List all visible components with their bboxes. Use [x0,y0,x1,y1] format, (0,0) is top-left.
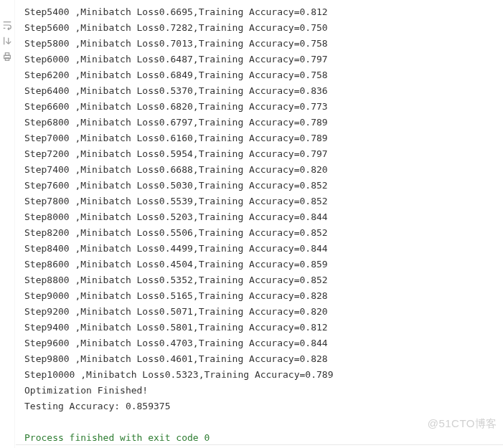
log-line: Step7200 ,Minibatch Loss0.5954,Training … [24,146,500,162]
gutter [0,0,15,448]
log-line: Step9600 ,Minibatch Loss0.4703,Training … [24,335,500,351]
log-line: Step9400 ,Minibatch Loss0.5801,Training … [24,320,500,335]
log-line: Testing Accuracy: 0.859375 [24,399,500,414]
log-line: Step8200 ,Minibatch Loss0.5506,Training … [24,225,500,241]
log-line: Step7000 ,Minibatch Loss0.6160,Training … [24,130,500,146]
log-line: Step7800 ,Minibatch Loss0.5539,Training … [24,194,500,209]
exit-message: Process finished with exit code 0 [24,430,500,446]
log-line: Step8400 ,Minibatch Loss0.4499,Training … [24,241,500,257]
print-icon[interactable] [2,52,12,62]
console-output[interactable]: Step5400 ,Minibatch Loss0.6695,Training … [24,4,500,446]
log-line: Step10000 ,Minibatch Loss0.5323,Training… [24,367,500,383]
scroll-to-end-icon[interactable] [2,36,12,46]
log-line: Step6800 ,Minibatch Loss0.6797,Training … [24,115,500,130]
svg-rect-2 [5,58,9,61]
log-line: Step7400 ,Minibatch Loss0.6688,Training … [24,162,500,178]
log-line: Step5600 ,Minibatch Loss0.7282,Training … [24,20,500,36]
log-line: Step8800 ,Minibatch Loss0.5352,Training … [24,272,500,288]
log-line: Optimization Finished! [24,383,500,399]
divider [16,444,503,445]
log-line: Step9800 ,Minibatch Loss0.4601,Training … [24,351,500,367]
wrap-text-icon[interactable] [2,20,12,30]
log-line: Step6000 ,Minibatch Loss0.6487,Training … [24,52,500,67]
log-line: Step9200 ,Minibatch Loss0.5071,Training … [24,304,500,320]
log-line: Step7600 ,Minibatch Loss0.5030,Training … [24,178,500,194]
log-line: Step5400 ,Minibatch Loss0.6695,Training … [24,4,500,20]
log-line: Step8000 ,Minibatch Loss0.5203,Training … [24,209,500,225]
log-line: Step5800 ,Minibatch Loss0.7013,Training … [24,36,500,52]
log-line: Step6200 ,Minibatch Loss0.6849,Training … [24,67,500,83]
log-line: Step8600 ,Minibatch Loss0.4504,Training … [24,257,500,272]
log-line: Step9000 ,Minibatch Loss0.5165,Training … [24,288,500,304]
svg-rect-1 [5,53,9,56]
log-line: Step6600 ,Minibatch Loss0.6820,Training … [24,99,500,115]
log-line: Step6400 ,Minibatch Loss0.5370,Training … [24,83,500,99]
